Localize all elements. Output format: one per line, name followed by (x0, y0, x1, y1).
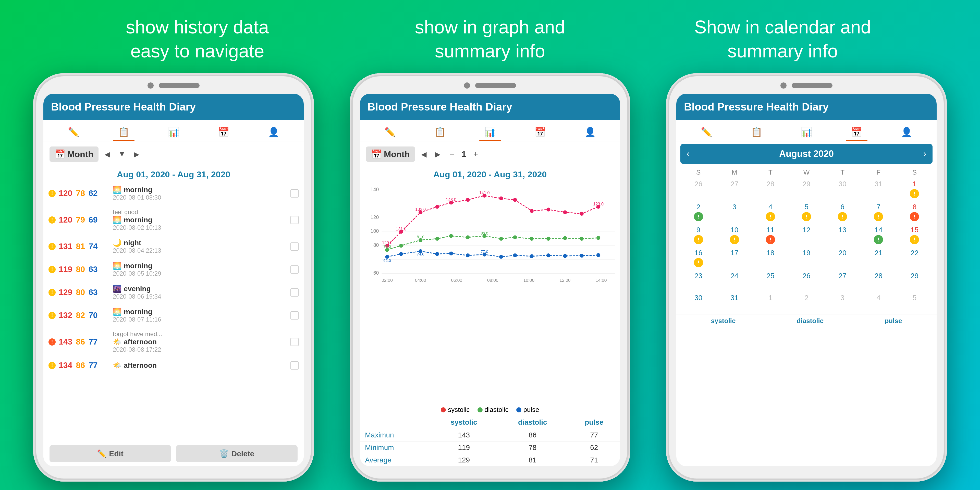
table-row[interactable]: ! 119 80 63 🌅 morning 2020-08-05 10:29 (43, 258, 304, 281)
table-row[interactable]: ! 120 78 62 🌅 morning 2020-08-01 08:30 (43, 182, 304, 205)
calendar-day-cell[interactable]: 25 (752, 270, 788, 291)
prev-btn-1[interactable]: ◀ (103, 148, 112, 161)
calendar-day-cell[interactable]: 27 (824, 270, 861, 291)
tab-calendar-2[interactable]: 📅 (529, 124, 551, 141)
record-checkbox[interactable] (290, 288, 299, 297)
calendar-day-cell[interactable]: 22 (897, 247, 932, 269)
tab-graph-1[interactable]: 📊 (163, 124, 185, 141)
calendar-day-cell[interactable]: 26 (788, 270, 824, 291)
calendar-day-cell[interactable]: 29 (788, 178, 824, 200)
calendar-day-cell[interactable]: 23 (680, 270, 716, 291)
calendar-day-cell[interactable]: 28 (752, 178, 788, 200)
calendar-day-cell[interactable]: 31 (716, 292, 752, 313)
calendar-day-cell[interactable]: 21 (861, 247, 897, 269)
calendar-day-cell[interactable]: 6! (824, 201, 861, 223)
calendar-day-cell[interactable]: 3 (716, 201, 752, 223)
tab-profile-1[interactable]: 👤 (263, 124, 285, 141)
cal-next-btn[interactable]: › (923, 148, 926, 159)
table-row[interactable]: ! 129 80 63 🌆 evening 2020-08-06 19:34 (43, 281, 304, 304)
zoom-in-btn[interactable]: + (470, 148, 481, 161)
calendar-day-cell[interactable]: 12 (788, 224, 824, 246)
tab-calendar-3[interactable]: 📅 (846, 124, 867, 141)
calendar-day-cell[interactable]: 29 (897, 270, 932, 291)
next-btn-1[interactable]: ▶ (132, 148, 142, 161)
app-tabs-1: ✏️ 📋 📊 📅 👤 (43, 120, 304, 142)
tab-list-1[interactable]: 📋 (113, 124, 135, 141)
alert-badge: ! (48, 190, 56, 197)
record-checkbox[interactable] (290, 189, 299, 197)
record-list: ! 120 78 62 🌅 morning 2020-08-01 08:30 !… (43, 182, 304, 441)
calendar-day-cell[interactable]: 7! (861, 201, 897, 223)
calendar-day-cell[interactable]: 1! (897, 178, 932, 200)
calendar-day-cell[interactable]: 16! (680, 247, 716, 269)
calendar-day-cell[interactable]: 30 (824, 178, 861, 200)
tab-edit-3[interactable]: ✏️ (696, 124, 718, 141)
record-datetime: 2020-08-05 10:29 (113, 270, 287, 277)
record-checkbox[interactable] (290, 311, 299, 320)
calendar-day-cell[interactable]: 13 (824, 224, 861, 246)
calendar-day-cell[interactable]: 18 (752, 247, 788, 269)
calendar-day-cell[interactable]: 15! (897, 224, 932, 246)
record-checkbox[interactable] (290, 266, 299, 274)
tab-list-3[interactable]: 📋 (746, 124, 767, 141)
month-label-2: Month (384, 149, 410, 159)
calendar-day-cell[interactable]: 19 (788, 247, 824, 269)
day-number: 29 (911, 272, 918, 280)
calendar-day-cell[interactable]: 24 (716, 270, 752, 291)
calendar-day-cell[interactable]: 4 (861, 292, 897, 313)
calendar-icon-1: 📅 (55, 149, 65, 159)
calendar-day-cell[interactable]: 31 (861, 178, 897, 200)
tab-graph-2[interactable]: 📊 (479, 124, 501, 141)
calendar-day-cell[interactable]: 28 (861, 270, 897, 291)
calendar-day-cell[interactable]: 20 (824, 247, 861, 269)
calendar-day-cell[interactable]: 2! (680, 201, 716, 223)
tab-edit-1[interactable]: ✏️ (63, 124, 84, 141)
next-btn-2[interactable]: ▶ (433, 148, 442, 161)
diastolic-value: 81 (76, 242, 85, 251)
calendar-day-cell[interactable]: 9! (680, 224, 716, 246)
tab-calendar-1[interactable]: 📅 (213, 124, 234, 141)
calendar-day-cell[interactable]: 10! (716, 224, 752, 246)
pulse-label: pulse (523, 406, 539, 414)
record-checkbox[interactable] (290, 338, 299, 346)
calendar-day-cell[interactable]: 14! (861, 224, 897, 246)
calendar-day-cell[interactable]: 8! (897, 201, 932, 223)
cal-prev-btn[interactable]: ‹ (687, 148, 690, 159)
calendar-day-cell[interactable]: 11! (752, 224, 788, 246)
edit-btn[interactable]: ✏️ Edit (49, 445, 171, 462)
calendar-day-cell[interactable]: 3 (824, 292, 861, 313)
zoom-out-btn[interactable]: − (447, 148, 458, 161)
delete-btn[interactable]: 🗑️ Delete (176, 445, 298, 462)
calendar-day-cell[interactable]: 4! (752, 201, 788, 223)
table-row[interactable]: ! 143 86 77 forgot have med... 🌤️ aftern… (43, 327, 304, 357)
record-checkbox[interactable] (290, 361, 299, 369)
tab-profile-3[interactable]: 👤 (896, 124, 918, 141)
day-number: 8 (913, 203, 917, 211)
month-button-2[interactable]: 📅 Month (366, 146, 415, 162)
svg-point-32 (530, 209, 534, 213)
tab-graph-3[interactable]: 📊 (796, 124, 818, 141)
calendar-day-cell[interactable]: 1 (752, 292, 788, 313)
tab-edit-2[interactable]: ✏️ (379, 124, 401, 141)
table-row[interactable]: ! 120 79 69 feel good 🌅 morning 2020-08-… (43, 205, 304, 235)
month-button-1[interactable]: 📅 Month (49, 146, 99, 162)
calendar-day-cell[interactable]: 30 (680, 292, 716, 313)
record-checkbox[interactable] (290, 216, 299, 224)
table-row[interactable]: ! 134 86 77 🌤️ afternoon (43, 357, 304, 374)
calendar-day-cell[interactable]: 17 (716, 247, 752, 269)
table-row[interactable]: ! 131 81 74 🌙 night 2020-08-04 22:13 (43, 235, 304, 258)
down-btn-1[interactable]: ▼ (116, 148, 127, 160)
tab-profile-2[interactable]: 👤 (579, 124, 601, 141)
calendar-day-cell[interactable]: 27 (716, 178, 752, 200)
tab-list-2[interactable]: 📋 (429, 124, 451, 141)
app-screen-1: Blood Pressure Health Diary ✏️ 📋 📊 📅 👤 📅… (43, 94, 304, 466)
calendar-day-cell[interactable]: 5 (897, 292, 932, 313)
calendar-day-cell[interactable]: 5! (788, 201, 824, 223)
table-row[interactable]: ! 132 82 70 🌅 morning 2020-08-07 11:16 (43, 304, 304, 327)
svg-text:100: 100 (371, 228, 379, 234)
prev-btn-2[interactable]: ◀ (419, 148, 429, 161)
calendar-day-cell[interactable]: 2 (788, 292, 824, 313)
record-checkbox[interactable] (290, 242, 299, 251)
app-tabs-2: ✏️ 📋 📊 📅 👤 (360, 120, 620, 142)
calendar-day-cell[interactable]: 26 (680, 178, 716, 200)
